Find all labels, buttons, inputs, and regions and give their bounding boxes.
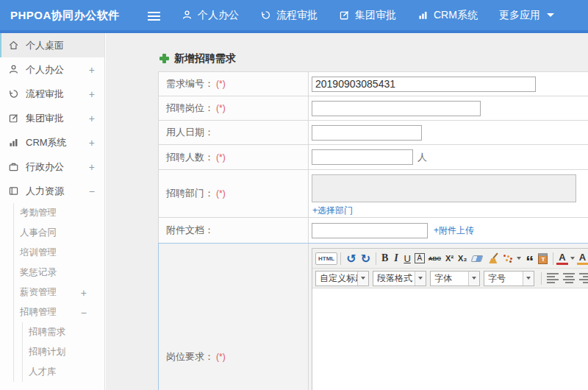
- hamburger-menu-icon[interactable]: [148, 12, 160, 21]
- nav-group-approval[interactable]: 集团审批: [339, 9, 396, 22]
- label-text: 用人日期：: [166, 126, 214, 139]
- sidebar: 个人桌面 个人办公 + 流程审批 + 集团审批 + CRM系统 + 行政办公 +: [0, 33, 105, 390]
- nav-more-apps[interactable]: 更多应用: [499, 9, 554, 22]
- expand-plus-icon[interactable]: +: [89, 138, 95, 148]
- sidebar-item-label: CRM系统: [26, 136, 67, 149]
- field-label: 需求编号： (*): [159, 72, 309, 96]
- form-row: 招聘部门： (*) +选择部门: [158, 170, 588, 218]
- font-family-select[interactable]: 字体: [430, 271, 480, 286]
- department-textarea[interactable]: [312, 174, 576, 202]
- sidebar-subitem-label: 招聘需求: [29, 326, 65, 338]
- label-text: 招聘人数：: [166, 151, 214, 164]
- nav-workflow-approval[interactable]: 流程审批: [260, 9, 318, 22]
- attachment-input[interactable]: [312, 223, 428, 238]
- spray-paint-icon[interactable]: [503, 253, 513, 263]
- required-marker: (*): [216, 152, 226, 163]
- editor-toolbar-row2: 自定义标题 段落格式 字体: [312, 269, 588, 288]
- history-icon: [8, 88, 19, 99]
- label-text: 岗位要求：: [166, 350, 214, 364]
- expand-minus-icon[interactable]: −: [89, 186, 95, 196]
- align-right-icon[interactable]: [579, 273, 588, 283]
- sidebar-subitem-rewards[interactable]: 奖惩记录: [14, 263, 104, 283]
- nav-personal-office[interactable]: 个人办公: [182, 9, 239, 22]
- background-color-button[interactable]: A: [577, 252, 588, 265]
- nav-crm-system[interactable]: CRM系统: [417, 9, 478, 22]
- blockquote-button[interactable]: “: [523, 251, 536, 266]
- superscript-button[interactable]: X²: [443, 251, 456, 266]
- sidebar-subitem-label: 薪资管理: [20, 286, 57, 299]
- char-border-button[interactable]: A: [415, 253, 425, 263]
- subscript-button[interactable]: X₂: [456, 251, 469, 266]
- sidebar-item-workflow-approval[interactable]: 流程审批 +: [0, 82, 104, 106]
- sidebar-subitem-hr-contract[interactable]: 人事合同: [14, 223, 104, 243]
- required-marker: (*): [216, 79, 226, 89]
- requirement-number-input[interactable]: [312, 77, 536, 92]
- align-center-icon[interactable]: [563, 273, 575, 283]
- caret-down-icon[interactable]: [517, 257, 521, 260]
- bold-button[interactable]: B: [379, 251, 390, 266]
- sidebar-subitem-label: 招聘计划: [29, 346, 65, 358]
- align-left-icon[interactable]: [547, 273, 559, 283]
- sidebar-subitem-attendance[interactable]: 考勤管理: [14, 203, 104, 223]
- sidebar-subitem-label: 人才库: [29, 366, 57, 378]
- expand-minus-icon[interactable]: −: [81, 308, 87, 318]
- expand-plus-icon[interactable]: +: [81, 288, 87, 298]
- sidebar-item-crm-system[interactable]: CRM系统 +: [0, 130, 104, 155]
- font-color-button[interactable]: A: [556, 252, 567, 265]
- sidebar-item-admin-office[interactable]: 行政办公 +: [0, 155, 104, 179]
- form-row: 招聘人数： (*) 人: [158, 145, 588, 170]
- briefcase-icon: [8, 161, 19, 172]
- field-cell: [309, 121, 588, 144]
- sidebar-item-label: 行政办公: [26, 160, 64, 174]
- select-value: 字体: [431, 272, 468, 285]
- field-cell: HTML ↺ ↻ B I U A ABC X² X₂: [309, 244, 588, 390]
- expand-plus-icon[interactable]: +: [89, 89, 95, 99]
- select-value: 段落格式: [373, 272, 415, 285]
- field-label: 招聘岗位： (*): [159, 96, 309, 120]
- sidebar-subitem-talent-pool[interactable]: 人才库: [23, 362, 104, 382]
- nav-label: 更多应用: [499, 9, 540, 22]
- headcount-input[interactable]: [312, 149, 413, 165]
- italic-button[interactable]: I: [390, 251, 401, 266]
- history-icon: [260, 10, 271, 21]
- select-department-link[interactable]: +选择部门: [312, 205, 353, 217]
- eraser-icon[interactable]: [471, 255, 484, 262]
- sidebar-item-group-approval[interactable]: 集团审批 +: [0, 106, 104, 130]
- paste-clipboard-icon[interactable]: T: [538, 253, 548, 264]
- nav-label: 集团审批: [355, 9, 396, 22]
- required-marker: (*): [216, 103, 226, 113]
- html-mode-button[interactable]: HTML: [315, 252, 337, 265]
- sidebar-item-personal-office[interactable]: 个人办公 +: [0, 57, 104, 82]
- sidebar-item-human-resources[interactable]: 人力资源 −: [0, 179, 104, 203]
- page-title-text: 新增招聘需求: [174, 52, 236, 65]
- caret-down-icon[interactable]: [570, 257, 575, 260]
- sidebar-subitem-recruitment-demand[interactable]: 招聘需求: [23, 322, 104, 342]
- hire-date-input[interactable]: [312, 125, 422, 141]
- font-size-select[interactable]: 字号: [484, 271, 534, 286]
- heading-select[interactable]: 自定义标题: [315, 271, 369, 286]
- expand-plus-icon[interactable]: +: [89, 65, 95, 75]
- paragraph-format-select[interactable]: 段落格式: [373, 271, 426, 286]
- sidebar-subitem-recruitment-mgmt[interactable]: 招聘管理−: [14, 302, 104, 322]
- sidebar-item-personal-desktop[interactable]: 个人桌面: [0, 33, 104, 57]
- required-marker: (*): [216, 188, 226, 199]
- attachment-upload-link[interactable]: +附件上传: [434, 224, 474, 237]
- undo-button[interactable]: ↺: [344, 251, 358, 266]
- expand-plus-icon[interactable]: +: [89, 162, 95, 172]
- strikethrough-button[interactable]: ABC: [426, 251, 443, 266]
- sidebar-hr-submenu: 考勤管理 人事合同 培训管理 奖惩记录 薪资管理+ 招聘管理− 招聘需求 招聘计…: [13, 203, 104, 382]
- field-label: 岗位要求： (*): [159, 244, 309, 390]
- caret-glyph: [472, 277, 476, 280]
- sidebar-subitem-training[interactable]: 培训管理: [14, 243, 104, 263]
- underline-button[interactable]: U: [401, 251, 412, 266]
- bar-chart-icon: [8, 137, 19, 148]
- editor-content[interactable]: [312, 288, 588, 390]
- position-input[interactable]: [312, 101, 481, 116]
- person-icon: [182, 10, 193, 21]
- sidebar-subitem-salary[interactable]: 薪资管理+: [14, 283, 104, 302]
- redo-button[interactable]: ↻: [359, 251, 373, 266]
- expand-plus-icon[interactable]: +: [89, 113, 95, 124]
- field-cell: [309, 96, 588, 120]
- broom-icon[interactable]: [487, 252, 499, 264]
- sidebar-subitem-recruitment-plan[interactable]: 招聘计划: [23, 342, 104, 362]
